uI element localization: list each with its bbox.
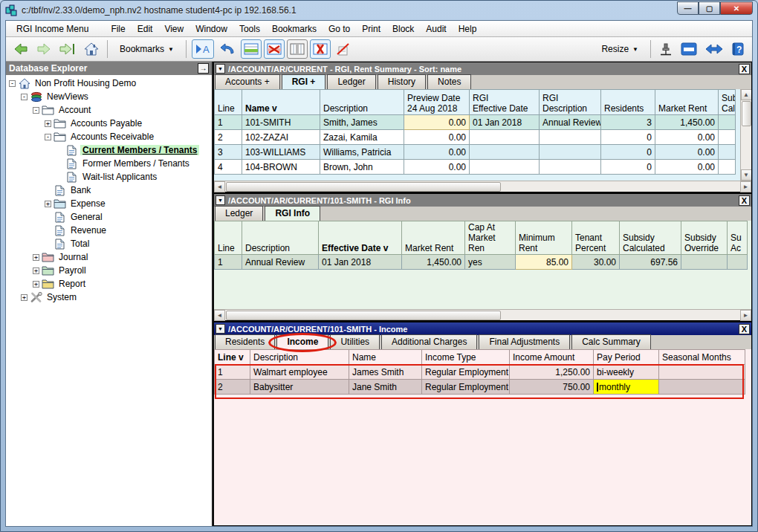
tree-item-label[interactable]: Non Profit Housing Demo <box>33 78 138 88</box>
expand-icon[interactable]: + <box>45 201 51 207</box>
tab-ledger[interactable]: Ledger <box>327 74 375 89</box>
tab-accounts[interactable]: Accounts + <box>215 74 280 89</box>
table-row[interactable]: 1Walmart employeeJames SmithRegular Empl… <box>215 365 745 380</box>
column-header-rgi-effective-date[interactable]: RGI Effective Date <box>470 90 540 115</box>
cell[interactable] <box>470 145 540 160</box>
cell[interactable] <box>659 380 745 395</box>
fit-width-icon[interactable] <box>702 39 726 59</box>
tree-item-label[interactable]: Total <box>68 239 91 249</box>
cell[interactable]: Regular Employment <box>422 365 510 380</box>
column-header-subsidy-calculated[interactable]: Subsidy Calculated <box>620 221 681 255</box>
cell[interactable]: 102-ZAZAI <box>242 130 320 145</box>
tree-item-accounts-receivable[interactable]: -Accounts Receivable <box>6 130 212 143</box>
cell[interactable] <box>719 115 736 130</box>
cell[interactable] <box>719 160 736 175</box>
cell[interactable]: 750.00 <box>510 380 594 395</box>
cell[interactable]: 3 <box>601 115 655 130</box>
menu-item-view[interactable]: View <box>158 22 190 36</box>
cell[interactable]: 0.00 <box>404 130 470 145</box>
panel-menu-icon[interactable]: ▼ <box>216 64 225 74</box>
tab-calc-summary[interactable]: Calc Summary <box>571 334 651 349</box>
menu-item-bookmarks[interactable]: Bookmarks <box>266 22 323 36</box>
cell[interactable]: Brown, John <box>320 160 404 175</box>
cell[interactable] <box>719 130 736 145</box>
scrollbar-thumb[interactable] <box>742 101 751 126</box>
vertical-scrollbar[interactable]: ▲ ▼ <box>740 89 751 181</box>
scrollbar-thumb[interactable] <box>226 182 501 192</box>
column-header-line-v[interactable]: Line v <box>215 350 250 365</box>
cell[interactable]: 0 <box>601 130 655 145</box>
collapse-icon[interactable]: - <box>9 80 16 87</box>
bookmarks-dropdown[interactable]: Bookmarks ▼ <box>113 41 181 57</box>
close-icon[interactable]: X <box>739 64 750 74</box>
cell[interactable]: 2 <box>215 380 250 395</box>
column-header-su-ac[interactable]: Su Ac <box>728 221 748 255</box>
horizontal-scrollbar[interactable]: ◄ ► <box>214 181 751 192</box>
table-row[interactable]: 1101-SMITHSmith, James0.0001 Jan 2018Ann… <box>215 115 736 130</box>
table-row[interactable]: 3103-WILLIAMSWilliams, Patricia0.0000.00 <box>215 145 736 160</box>
column-header-minimum-rent[interactable]: Minimum Rent <box>516 221 572 255</box>
cell[interactable]: 1 <box>215 255 242 270</box>
tree-item-wait-list-applicants[interactable]: Wait-list Applicants <box>6 170 212 184</box>
tree-item-expense[interactable]: +Expense <box>6 197 212 210</box>
tree-item-general[interactable]: General <box>6 210 212 224</box>
cell[interactable]: 104-BROWN <box>242 160 320 175</box>
column-header-subsidy-override[interactable]: Subsidy Override <box>681 221 728 255</box>
cell[interactable]: 101-SMITH <box>242 115 320 130</box>
cell[interactable] <box>540 130 601 145</box>
cell[interactable] <box>719 145 736 160</box>
close-icon[interactable]: X <box>739 195 750 206</box>
expand-icon[interactable]: + <box>33 254 39 261</box>
cell[interactable]: monthly <box>594 380 659 395</box>
collapse-icon[interactable]: - <box>45 134 51 140</box>
cell[interactable]: 0.00 <box>655 160 719 175</box>
column-header-effective-date-v[interactable]: Effective Date v <box>319 221 402 255</box>
scrollbar-thumb[interactable] <box>226 311 501 320</box>
scroll-right-icon[interactable]: ► <box>740 310 751 321</box>
table-row[interactable]: 4104-BROWNBrown, John0.0000.00 <box>215 160 736 175</box>
menu-item-audit[interactable]: Audit <box>420 22 452 36</box>
tab-notes[interactable]: Notes <box>427 74 471 89</box>
tree-item-report[interactable]: +Report <box>6 277 212 291</box>
tab-additional-charges[interactable]: Additional Charges <box>381 334 477 349</box>
cell[interactable]: 0.00 <box>404 115 470 130</box>
column-header-residents[interactable]: Residents <box>601 90 655 115</box>
tree-item-label[interactable]: Former Members / Tenants <box>80 158 192 169</box>
cell[interactable]: 0.00 <box>655 130 719 145</box>
tree-item-account[interactable]: -Account <box>6 103 212 117</box>
tab-rgi-info[interactable]: RGI Info <box>265 206 320 221</box>
column-header-market-rent[interactable]: Market Rent <box>655 90 719 115</box>
horizontal-scrollbar[interactable]: ◄ ► <box>214 309 751 320</box>
cell[interactable]: 01 Jan 2018 <box>319 255 402 270</box>
undo-icon[interactable] <box>216 39 239 59</box>
column-header-seasonal-months[interactable]: Seasonal Months <box>659 350 745 365</box>
scroll-up-icon[interactable]: ▲ <box>741 89 752 100</box>
cell[interactable]: Jane Smith <box>349 380 422 395</box>
tree-item-label[interactable]: Report <box>56 279 88 289</box>
tree-item-label[interactable]: Wait-list Applicants <box>80 172 159 182</box>
column-header-tenant-percent[interactable]: Tenant Percent <box>572 221 620 255</box>
cell[interactable]: Regular Employment <box>422 380 510 395</box>
cell[interactable]: 0.00 <box>404 145 470 160</box>
column-header-cap-at-market-ren[interactable]: Cap At Market Ren <box>465 221 516 255</box>
explorer-collapse-icon[interactable]: → <box>198 63 209 74</box>
expand-icon[interactable]: + <box>21 294 27 301</box>
table-row[interactable]: 1Annual Review01 Jan 20181,450.00yes85.0… <box>215 255 748 270</box>
cell[interactable]: Smith, James <box>320 115 404 130</box>
cell[interactable]: 85.00 <box>516 255 572 270</box>
menu-item-block[interactable]: Block <box>386 22 420 36</box>
home-icon[interactable] <box>81 39 102 59</box>
expand-icon[interactable]: + <box>33 281 39 288</box>
insert-column-icon[interactable] <box>287 39 308 59</box>
pin-icon[interactable] <box>656 39 676 59</box>
tree-item-label[interactable]: Accounts Receivable <box>68 132 156 142</box>
column-header-description[interactable]: Description <box>250 350 349 365</box>
close-icon[interactable]: X <box>739 324 750 334</box>
cell[interactable]: Annual Review <box>242 255 319 270</box>
scroll-right-icon[interactable]: ► <box>740 181 751 192</box>
cell[interactable]: 0.00 <box>404 160 470 175</box>
column-header-description[interactable]: Description <box>242 221 319 255</box>
cell[interactable]: 3 <box>215 145 242 160</box>
tab-history[interactable]: History <box>378 74 426 89</box>
cell[interactable]: 01 Jan 2018 <box>470 115 540 130</box>
